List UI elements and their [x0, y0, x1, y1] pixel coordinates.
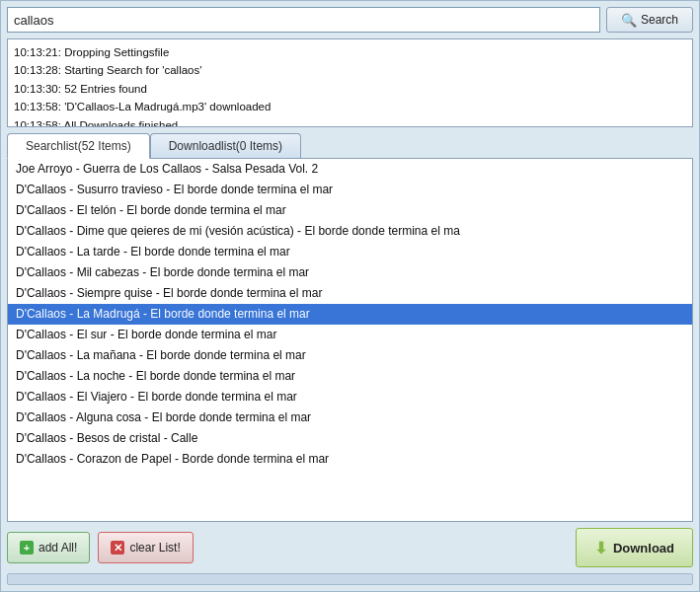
list-item-selected[interactable]: D'Callaos - La Madrugá - El borde donde … [8, 304, 692, 325]
tab-downloadlist[interactable]: Downloadlist(0 Items) [150, 133, 301, 158]
list-item[interactable]: D'Callaos - La noche - El borde donde te… [8, 366, 692, 387]
search-input[interactable] [7, 7, 600, 33]
list-item[interactable]: D'Callaos - Siempre quise - El borde don… [8, 283, 692, 304]
list-item[interactable]: D'Callaos - Alguna cosa - El borde donde… [8, 407, 692, 428]
list-container[interactable]: Joe Arroyo - Guerra de Los Callaos - Sal… [8, 159, 692, 521]
list-item[interactable]: D'Callaos - El telón - El borde donde te… [8, 200, 692, 221]
log-entry: 10:13:30: 52 Entries found [14, 80, 686, 98]
action-left: + add All! ✕ clear List! [7, 532, 194, 563]
tabs-section: Searchlist(52 Items) Downloadlist(0 Item… [7, 133, 693, 522]
search-button[interactable]: 🔍 Search [606, 7, 693, 33]
log-area: 10:13:21: Dropping Settingsfile 10:13:28… [7, 38, 693, 127]
log-entry: 10:13:58: 'D'Callaos-La Madrugá.mp3' dow… [14, 98, 686, 115]
list-item[interactable]: D'Callaos - Mil cabezas - El borde donde… [8, 262, 692, 283]
list-item[interactable]: Joe Arroyo - Guerra de Los Callaos - Sal… [8, 159, 692, 180]
add-all-button[interactable]: + add All! [7, 532, 90, 563]
download-icon: ⬇ [594, 539, 607, 557]
download-label: Download [613, 541, 674, 555]
tab-bar: Searchlist(52 Items) Downloadlist(0 Item… [7, 133, 693, 158]
action-bar: + add All! ✕ clear List! ⬇ Download [7, 528, 693, 567]
tab-content: Joe Arroyo - Guerra de Los Callaos - Sal… [7, 158, 693, 522]
search-button-label: Search [641, 13, 678, 27]
list-item[interactable]: D'Callaos - Corazon de Papel - Borde don… [8, 449, 692, 470]
list-item[interactable]: D'Callaos - Dime que qeieres de mi (vesi… [8, 221, 692, 242]
list-item[interactable]: D'Callaos - El sur - El borde donde term… [8, 325, 692, 345]
add-all-label: add All! [39, 541, 77, 555]
clear-icon: ✕ [111, 541, 124, 555]
log-entry: 10:13:21: Dropping Settingsfile [14, 43, 686, 61]
search-icon: 🔍 [621, 13, 637, 28]
log-entry: 10:13:58: All Downloads finished [14, 116, 686, 127]
log-entry: 10:13:28: Starting Search for 'callaos' [14, 61, 686, 79]
search-row: 🔍 Search [7, 7, 693, 33]
clear-list-label: clear List! [129, 541, 180, 555]
add-icon: + [20, 541, 34, 555]
list-item[interactable]: D'Callaos - El Viajero - El borde donde … [8, 387, 692, 407]
list-item[interactable]: D'Callaos - La tarde - El borde donde te… [8, 242, 692, 262]
download-button[interactable]: ⬇ Download [576, 528, 693, 567]
list-item[interactable]: D'Callaos - La mañana - El borde donde t… [8, 345, 692, 366]
progress-bar-container [7, 573, 693, 585]
list-item[interactable]: D'Callaos - Susurro travieso - El borde … [8, 180, 692, 200]
list-item[interactable]: D'Callaos - Besos de cristal - Calle [8, 428, 692, 449]
main-container: 🔍 Search 10:13:21: Dropping Settingsfile… [0, 0, 700, 592]
clear-list-button[interactable]: ✕ clear List! [98, 532, 193, 563]
tab-searchlist[interactable]: Searchlist(52 Items) [7, 133, 150, 159]
